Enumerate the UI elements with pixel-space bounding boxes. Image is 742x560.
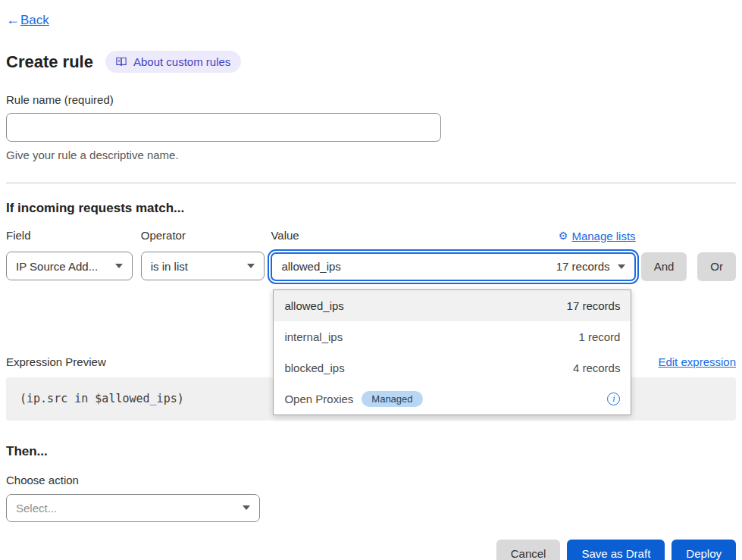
chevron-down-icon: [243, 505, 250, 510]
field-select[interactable]: IP Source Add...: [6, 252, 133, 280]
field-column: Field IP Source Add...: [6, 229, 133, 280]
lists-dropdown-panel: allowed_ips 17 records internal_ips 1 re…: [273, 289, 631, 415]
manage-lists-label: Manage lists: [571, 230, 635, 242]
list-option-count: 1 record: [578, 330, 620, 343]
choose-action-label: Choose action: [6, 474, 736, 486]
list-option-name: internal_ips: [284, 330, 343, 343]
title-row: Create rule About custom rules: [6, 51, 736, 73]
value-column: Value ⚙ Manage lists allowed_ips 17 reco…: [271, 229, 635, 281]
back-arrow-icon: ←: [6, 12, 20, 28]
back-row: ← Back: [6, 12, 736, 28]
list-option-blocked-ips[interactable]: blocked_ips 4 records: [274, 352, 631, 383]
rule-name-input[interactable]: [6, 113, 441, 142]
list-option-left: Open Proxies Managed: [284, 391, 422, 407]
field-select-value: IP Source Add...: [16, 260, 98, 273]
section-divider: [6, 183, 736, 183]
match-section-heading: If incoming requests match...: [6, 201, 736, 216]
back-link[interactable]: ← Back: [6, 12, 49, 28]
value-select-right: 17 records: [556, 260, 625, 273]
rule-name-label: Rule name (required): [6, 93, 736, 106]
field-label: Field: [6, 229, 133, 242]
then-section-heading: Then...: [6, 444, 736, 459]
managed-badge: Managed: [362, 391, 422, 407]
list-option-open-proxies[interactable]: Open Proxies Managed i: [274, 383, 631, 415]
list-option-allowed-ips[interactable]: allowed_ips 17 records: [274, 290, 631, 321]
list-option-name: allowed_ips: [284, 299, 343, 312]
info-icon[interactable]: i: [607, 393, 620, 405]
expression-code: (ip.src in $allowed_ips): [20, 392, 184, 405]
list-option-name: Open Proxies: [284, 393, 353, 405]
value-label: Value: [271, 229, 299, 242]
manage-lists-link[interactable]: ⚙ Manage lists: [559, 230, 636, 242]
list-option-name: blocked_ips: [284, 361, 344, 374]
action-select-placeholder: Select...: [16, 502, 57, 515]
book-icon: [116, 57, 127, 67]
rule-name-help-text: Give your rule a descriptive name.: [6, 149, 736, 161]
chevron-down-icon: [115, 264, 123, 268]
condition-builder-row: Field IP Source Add... Operator is in li…: [6, 229, 736, 281]
value-label-row: Value ⚙ Manage lists: [271, 229, 635, 242]
operator-column: Operator is in list: [141, 229, 265, 280]
save-as-draft-button[interactable]: Save as Draft: [567, 540, 665, 560]
operator-select-value: is in list: [151, 260, 188, 273]
cancel-button[interactable]: Cancel: [496, 540, 561, 560]
operator-label: Operator: [141, 229, 265, 242]
expression-preview-label: Expression Preview: [6, 355, 106, 368]
deploy-button[interactable]: Deploy: [672, 540, 736, 560]
create-rule-page: ← Back Create rule About custom rules Ru…: [0, 12, 742, 560]
about-custom-rules-link[interactable]: About custom rules: [105, 51, 241, 73]
or-button[interactable]: Or: [697, 252, 736, 281]
chevron-down-icon: [247, 264, 255, 268]
list-option-internal-ips[interactable]: internal_ips 1 record: [274, 321, 631, 352]
chevron-down-icon: [618, 264, 625, 269]
list-option-count: 4 records: [573, 361, 621, 374]
and-button[interactable]: And: [641, 252, 687, 281]
value-select-name: allowed_ips: [281, 260, 340, 273]
operator-select[interactable]: is in list: [141, 252, 265, 280]
action-select[interactable]: Select...: [6, 494, 260, 522]
page-title: Create rule: [6, 52, 93, 72]
footer-actions: Cancel Save as Draft Deploy: [6, 540, 736, 560]
back-link-label: Back: [20, 13, 49, 28]
gear-icon: ⚙: [559, 230, 568, 242]
edit-expression-link[interactable]: Edit expression: [658, 355, 736, 368]
list-option-count: 17 records: [567, 299, 621, 312]
about-custom-rules-label: About custom rules: [133, 55, 230, 68]
value-select[interactable]: allowed_ips 17 records: [271, 252, 635, 281]
value-select-count: 17 records: [556, 260, 610, 273]
